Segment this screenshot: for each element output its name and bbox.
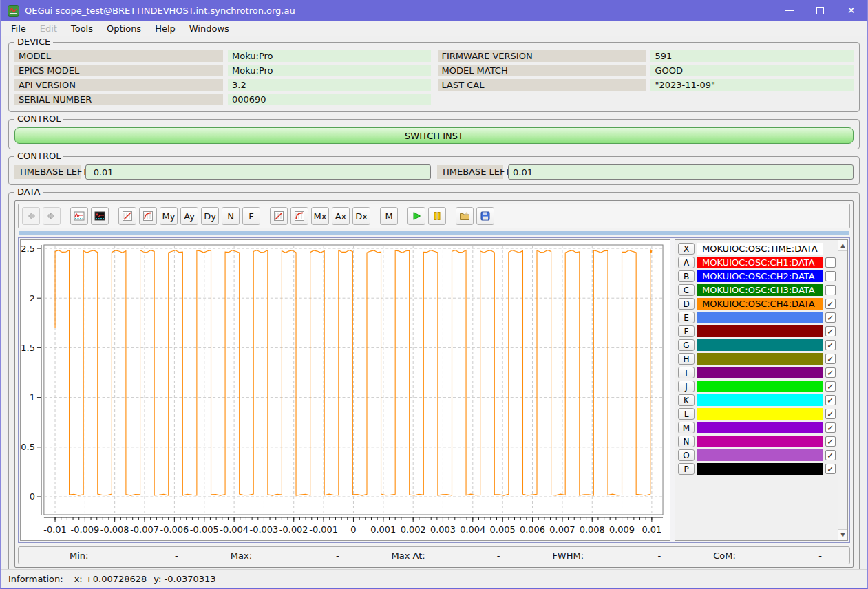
channel-visible-checkbox[interactable]: ✓: [825, 326, 836, 336]
y-log-scale-button[interactable]: [139, 207, 157, 225]
application-window: QEGui scope_test@BRETTINDEVHOST.int.sync…: [0, 0, 868, 589]
channel-pv-field[interactable]: MOKUIOC:OSC:CH4:DATA: [697, 298, 823, 310]
channel-pv-field[interactable]: MOKUIOC:OSC:TIME:DATA: [697, 243, 823, 255]
channel-pv-field[interactable]: MOKUIOC:OSC:CH1:DATA: [697, 257, 823, 268]
channel-letter-button[interactable]: X: [678, 243, 695, 255]
menu-help[interactable]: Help: [148, 21, 182, 36]
channel-pv-field[interactable]: [697, 312, 823, 323]
white-background-plot-button[interactable]: [70, 207, 88, 225]
channel-letter-button[interactable]: N: [678, 436, 695, 447]
normalised-scale-button[interactable]: N: [222, 207, 240, 225]
channel-letter-button[interactable]: G: [678, 339, 695, 351]
black-background-plot-button[interactable]: [91, 207, 109, 225]
channel-letter-button[interactable]: I: [678, 367, 695, 378]
timebase-left-label: TIMEBASE LEFT: [14, 165, 81, 179]
pause-button[interactable]: [428, 207, 446, 225]
channel-pv-field[interactable]: MOKUIOC:OSC:CH3:DATA: [697, 284, 823, 296]
manual-x-scale-button[interactable]: Mx: [311, 207, 329, 225]
y-linear-scale-button[interactable]: [118, 207, 136, 225]
svg-text:1.5: 1.5: [21, 343, 35, 353]
channel-visible-checkbox[interactable]: [825, 285, 836, 295]
channel-visible-checkbox[interactable]: ✓: [825, 354, 836, 364]
markup-button[interactable]: M: [380, 207, 398, 225]
auto-y-scale-button[interactable]: Ay: [180, 207, 198, 225]
svg-text:0.5: 0.5: [21, 442, 35, 452]
timebase-right-input[interactable]: [508, 164, 854, 180]
channel-letter-button[interactable]: K: [678, 394, 695, 406]
channel-visible-checkbox[interactable]: ✓: [825, 409, 836, 419]
channel-row-l: L✓: [678, 408, 836, 420]
channel-letter-button[interactable]: A: [678, 257, 695, 268]
fractional-scale-button[interactable]: F: [242, 207, 260, 225]
channel-visible-checkbox[interactable]: ✓: [825, 312, 836, 323]
splitter-handle[interactable]: [19, 231, 849, 235]
channel-pv-field[interactable]: [697, 353, 823, 365]
channel-pv-field[interactable]: [697, 449, 823, 461]
channel-pv-field[interactable]: [697, 408, 823, 420]
channel-row-o: O✓: [678, 449, 836, 461]
x-linear-scale-button[interactable]: [270, 207, 288, 225]
channel-visible-checkbox[interactable]: [825, 271, 836, 281]
channel-letter-button[interactable]: J: [678, 381, 695, 392]
previous-plot-button[interactable]: [22, 207, 40, 225]
channel-pv-field[interactable]: [697, 422, 823, 433]
channel-visible-checkbox[interactable]: ✓: [825, 381, 836, 392]
x-log-scale-button[interactable]: [290, 207, 308, 225]
play-button[interactable]: [407, 207, 425, 225]
channel-letter-button[interactable]: B: [678, 270, 695, 282]
channel-visible-checkbox[interactable]: [825, 257, 836, 268]
timebase-left-input[interactable]: [85, 164, 431, 180]
scroll-up-icon[interactable]: ▲: [838, 240, 847, 251]
manual-y-scale-button[interactable]: My: [160, 207, 178, 225]
channel-pv-field[interactable]: [697, 339, 823, 351]
channel-visible-checkbox[interactable]: ✓: [825, 436, 836, 447]
minimize-button[interactable]: [774, 0, 805, 21]
scroll-down-icon[interactable]: ▼: [838, 529, 847, 540]
arrow-left-icon: [25, 211, 36, 222]
channel-letter-button[interactable]: E: [678, 312, 695, 323]
channel-visible-checkbox[interactable]: ✓: [825, 367, 836, 378]
channel-pv-field[interactable]: [697, 394, 823, 406]
channel-letter-button[interactable]: P: [678, 463, 695, 475]
channel-visible-checkbox[interactable]: ✓: [825, 395, 836, 405]
maximize-button[interactable]: [805, 0, 836, 21]
channel-visible-checkbox[interactable]: ✓: [825, 340, 836, 350]
epics-model-value: Moku:Pro: [228, 65, 431, 76]
channel-pv-field[interactable]: [697, 381, 823, 392]
channel-pv-field[interactable]: [697, 463, 823, 475]
channel-letter-button[interactable]: M: [678, 422, 695, 433]
menu-file[interactable]: File: [4, 21, 33, 36]
minimize-icon: [785, 10, 794, 11]
channel-letter-button[interactable]: H: [678, 353, 695, 365]
channel-letter-button[interactable]: O: [678, 449, 695, 461]
dynamic-y-scale-button[interactable]: Dy: [201, 207, 219, 225]
menu-tools[interactable]: Tools: [64, 21, 100, 36]
channel-letter-button[interactable]: F: [678, 325, 695, 337]
switch-inst-button[interactable]: SWITCH INST: [14, 127, 854, 144]
channel-letter-button[interactable]: D: [678, 298, 695, 310]
auto-x-scale-button[interactable]: Ax: [332, 207, 350, 225]
channel-pv-field[interactable]: [697, 436, 823, 447]
load-plot-button[interactable]: [456, 207, 474, 225]
channel-pv-field[interactable]: [697, 325, 823, 337]
save-plot-button[interactable]: [476, 207, 494, 225]
menu-windows[interactable]: Windows: [182, 21, 236, 36]
dynamic-x-scale-button[interactable]: Dx: [352, 207, 370, 225]
svg-text:0.005: 0.005: [490, 524, 516, 535]
channel-visible-checkbox[interactable]: ✓: [825, 422, 836, 433]
channel-pv-field[interactable]: [697, 367, 823, 378]
channel-visible-checkbox[interactable]: ✓: [825, 299, 836, 309]
menu-options[interactable]: Options: [100, 21, 148, 36]
close-button[interactable]: ✕: [836, 0, 867, 21]
min-value: -: [175, 550, 178, 561]
channel-pv-field[interactable]: MOKUIOC:OSC:CH2:DATA: [697, 270, 823, 282]
channel-letter-button[interactable]: L: [678, 408, 695, 420]
channel-visible-checkbox[interactable]: ✓: [825, 464, 836, 474]
next-plot-button[interactable]: [43, 207, 61, 225]
plot-canvas[interactable]: -0.01-0.009-0.008-0.007-0.006-0.005-0.00…: [20, 239, 670, 541]
channel-letter-button[interactable]: C: [678, 284, 695, 296]
channel-visible-checkbox[interactable]: ✓: [825, 450, 836, 460]
api-version-value: 3.2: [228, 79, 431, 91]
svg-text:0.004: 0.004: [460, 524, 485, 535]
channel-scrollbar[interactable]: ▲ ▼: [838, 240, 847, 540]
